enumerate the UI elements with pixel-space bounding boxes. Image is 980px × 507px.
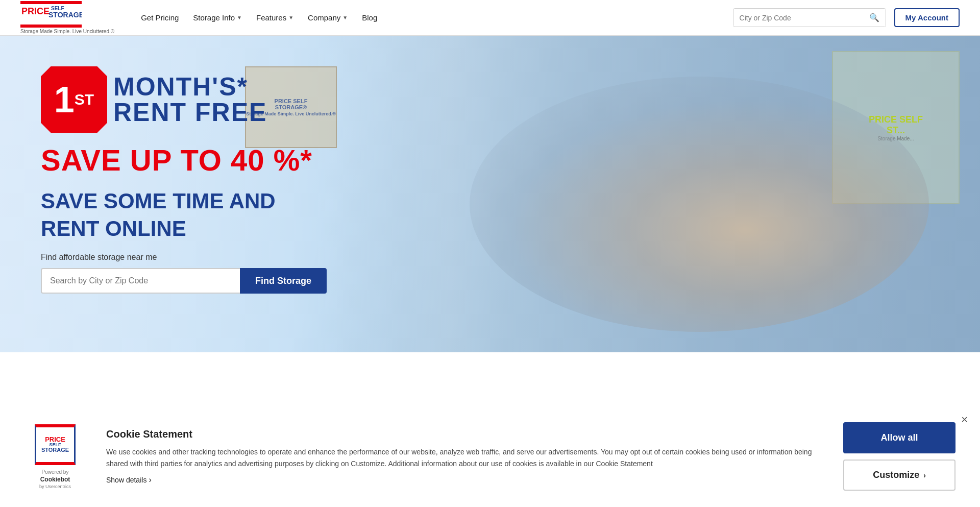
company-chevron-icon: ▼ xyxy=(342,15,348,20)
nav-company[interactable]: Company ▼ xyxy=(302,9,354,26)
hero-people-area xyxy=(470,77,929,332)
svg-rect-0 xyxy=(20,1,82,4)
hero-section: PRICE SELFSTORAGE®Storage Made Simple. L… xyxy=(0,36,980,352)
nav-get-pricing[interactable]: Get Pricing xyxy=(135,9,185,26)
hero-content: 1ST MONTH'S* RENT FREE SAVE UP TO 40 %* … xyxy=(41,66,327,294)
my-account-button[interactable]: My Account xyxy=(894,8,960,27)
svg-text:STORAGE®: STORAGE® xyxy=(48,11,82,19)
promo-rent-free: RENT FREE xyxy=(113,100,267,125)
badge-text: MONTH'S* RENT FREE xyxy=(113,74,267,125)
logo-svg: PRICE SELF STORAGE® xyxy=(20,1,82,28)
city-zip-input[interactable] xyxy=(733,10,863,26)
find-storage-label: Find affordable storage near me xyxy=(41,253,327,262)
badge-1st: 1ST xyxy=(41,66,107,133)
city-zip-search: 🔍 xyxy=(733,8,886,27)
find-storage-button[interactable]: Find Storage xyxy=(240,268,327,294)
nav-blog[interactable]: Blog xyxy=(356,9,383,26)
nav-features[interactable]: Features ▼ xyxy=(250,9,300,26)
logo-tagline: Storage Made Simple. Live Uncluttered.® xyxy=(20,29,114,34)
find-storage-input[interactable] xyxy=(41,268,240,294)
nav-right: 🔍 My Account xyxy=(733,8,960,27)
rent-online-line2: RENT ONLINE xyxy=(41,217,327,240)
svg-rect-1 xyxy=(20,25,82,28)
navbar: PRICE SELF STORAGE® Storage Made Simple.… xyxy=(0,0,980,36)
promo-months: MONTH'S* xyxy=(113,74,267,100)
features-chevron-icon: ▼ xyxy=(288,15,293,20)
logo[interactable]: PRICE SELF STORAGE® Storage Made Simple.… xyxy=(20,1,114,34)
search-icon-button[interactable]: 🔍 xyxy=(863,9,886,27)
save-up-text: SAVE UP TO 40 %* xyxy=(41,143,327,177)
find-storage-form: Find Storage xyxy=(41,268,327,294)
promo-badge: 1ST MONTH'S* RENT FREE xyxy=(41,66,327,133)
svg-text:PRICE: PRICE xyxy=(21,6,50,16)
nav-storage-info[interactable]: Storage Info ▼ xyxy=(187,9,248,26)
save-time-line1: SAVE SOME TIME AND xyxy=(41,189,327,213)
storage-info-chevron-icon: ▼ xyxy=(237,15,242,20)
nav-links: Get Pricing Storage Info ▼ Features ▼ Co… xyxy=(135,9,732,26)
